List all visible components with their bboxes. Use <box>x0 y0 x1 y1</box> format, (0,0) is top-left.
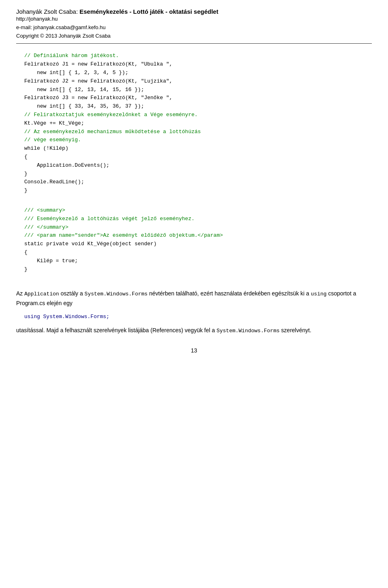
spacer1 <box>16 199 372 202</box>
prose-paragraph-2: utasítással. Majd a felhasznált szerelvé… <box>16 326 372 335</box>
header-title: Johanyák Zsolt Csaba: Eseménykezelés - L… <box>16 8 372 15</box>
prose-paragraph-1: Az Application osztály a System.Windows.… <box>16 289 372 308</box>
spacer2 <box>16 278 372 284</box>
doc-comment-4: /// <param name="sender">Az eseményt elő… <box>24 232 223 238</box>
comment-vege: // vége eseményig. <box>24 137 81 143</box>
doc-comment-3: /// </summary> <box>24 224 68 230</box>
comment-az: // Az eseménykezelő mechanizmus működtet… <box>24 129 201 135</box>
header-title-main: Eseménykezelés - Lottó játék - oktatási … <box>80 8 218 15</box>
code-brace-4: } <box>24 266 27 272</box>
prose1-code2: System.Windows.Forms <box>84 291 148 297</box>
doc-comment-1: /// <summary> <box>24 207 65 213</box>
code-brace-close2: } <box>24 187 27 193</box>
prose1-code1: Application <box>24 291 59 297</box>
code-line-j3b: new int[] { 33, 34, 35, 36, 37 }); <box>24 103 144 109</box>
code-line-j1b: new int[] { 1, 2, 3, 4, 5 }); <box>24 70 128 76</box>
code-line-static: static private void Kt_Vége(object sende… <box>24 241 157 247</box>
prose1-code3: using <box>311 291 327 297</box>
code-brace-close: } <box>24 171 27 177</box>
code-line-while: while (!Kilép) <box>24 145 68 151</box>
code-line-kt: Kt.Vége += Kt_Vége; <box>24 120 84 126</box>
code-brace-3: { <box>24 249 27 255</box>
header-email: e-mail: johanyak.csaba@gamf.kefo.hu <box>16 23 372 32</box>
code-line-j1a: Feliratkozó J1 = new Feliratkozó(Kt, "Ub… <box>24 61 173 67</box>
code-brace-open: { <box>24 154 27 160</box>
page-header: Johanyák Zsolt Csaba: Eseménykezelés - L… <box>16 8 372 44</box>
code-block-main: // Definiálunk három játékost. Feliratko… <box>24 52 372 195</box>
prose2-text: utasítással. Majd a felhasznált szerelvé… <box>16 327 215 333</box>
code-line-j3a: Feliratkozó J3 = new Feliratkozó(Kt, "Je… <box>24 95 173 101</box>
code-line-j2a: Feliratkozó J2 = new Feliratkozó(Kt, "Lu… <box>24 78 173 84</box>
comment-defini: // Definiálunk három játékost. <box>24 53 119 59</box>
doc-comment-2: /// Eseménykezelő a lottóhúzás végét jel… <box>24 216 194 222</box>
prose2-code: System.Windows.Forms <box>217 328 280 334</box>
header-author-prefix: Johanyák Zsolt Csaba: <box>16 8 80 15</box>
prose1-text-before: Az <box>16 290 24 297</box>
header-copyright: Copyright © 2013 Johanyák Zsolt Csaba <box>16 32 372 40</box>
code-line-kilep: Kilép = true; <box>24 258 78 264</box>
prose1-text-mid2: névtérben található, ezért használata ér… <box>148 290 311 297</box>
prose2-text2: szerelvényt. <box>280 327 312 333</box>
using-statement: using System.Windows.Forms; <box>24 313 372 321</box>
main-content: // Definiálunk három játékost. Feliratko… <box>16 52 372 335</box>
prose1-text-mid1: osztály a <box>59 290 84 297</box>
page-number: 13 <box>16 347 372 354</box>
code-line-j2b: new int[] { 12, 13, 14, 15, 16 }); <box>24 87 144 93</box>
comment-felir: // Feliratkoztatjuk eseménykezelőnket a … <box>24 112 198 118</box>
page: Johanyák Zsolt Csaba: Eseménykezelés - L… <box>0 0 388 588</box>
header-url: http://johanyak.hu <box>16 15 372 23</box>
code-line-console: Console.ReadLine(); <box>24 179 84 185</box>
code-line-app: Application.DoEvents(); <box>24 162 110 168</box>
code-block-doc: /// <summary> /// Eseménykezelő a lottóh… <box>24 206 372 274</box>
